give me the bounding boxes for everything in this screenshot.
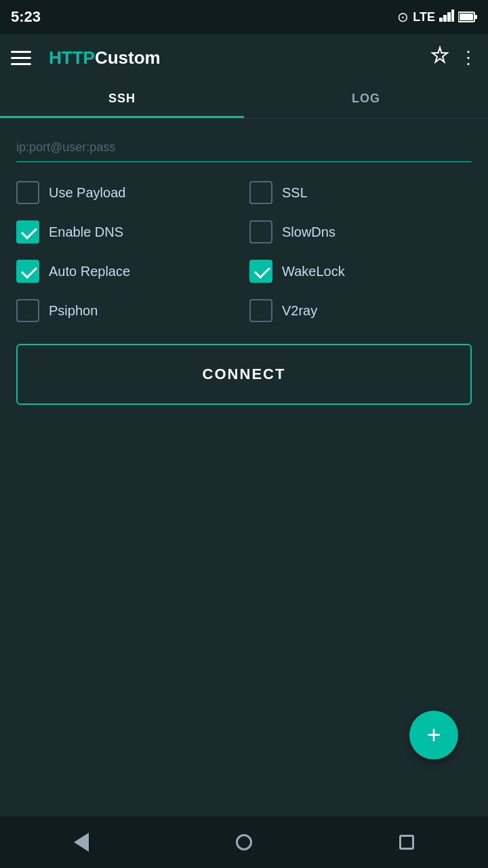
bookmark-icon[interactable] bbox=[430, 45, 450, 71]
connect-button[interactable]: CONNECT bbox=[16, 344, 472, 405]
nav-back-button[interactable] bbox=[64, 825, 98, 859]
label-enable-dns: Enable DNS bbox=[49, 224, 123, 240]
tab-ssh[interactable]: SSH bbox=[0, 81, 244, 118]
label-auto-replace: Auto Replace bbox=[49, 264, 130, 279]
label-slowdns: SlowDns bbox=[282, 224, 336, 240]
battery-icon bbox=[458, 11, 477, 23]
signal-icon bbox=[439, 9, 454, 24]
fab-add-button[interactable]: + bbox=[409, 711, 458, 760]
app-title: HTTP Custom bbox=[49, 47, 419, 68]
option-use-payload[interactable]: Use Payload bbox=[16, 181, 239, 204]
tab-log[interactable]: LOG bbox=[244, 81, 488, 118]
option-ssl[interactable]: SSL bbox=[249, 181, 472, 204]
svg-rect-5 bbox=[474, 15, 477, 19]
toolbar: HTTP Custom ⋮ bbox=[0, 34, 488, 81]
option-wakelock[interactable]: WakeLock bbox=[249, 260, 472, 283]
checkbox-ssl[interactable] bbox=[249, 181, 272, 204]
nav-home-button[interactable] bbox=[227, 825, 261, 859]
label-v2ray: V2ray bbox=[282, 303, 317, 319]
tabs-container: SSH LOG bbox=[0, 81, 488, 119]
nav-bar bbox=[0, 816, 488, 868]
lte-icon: LTE bbox=[413, 10, 435, 24]
status-time: 5:23 bbox=[11, 8, 41, 26]
checkbox-auto-replace[interactable] bbox=[16, 260, 39, 283]
title-http: HTTP bbox=[49, 47, 95, 68]
label-psiphon: Psiphon bbox=[49, 303, 98, 319]
svg-marker-0 bbox=[439, 18, 443, 22]
option-auto-replace[interactable]: Auto Replace bbox=[16, 260, 239, 283]
toolbar-actions: ⋮ bbox=[430, 45, 477, 71]
checkbox-psiphon[interactable] bbox=[16, 299, 39, 322]
option-slowdns[interactable]: SlowDns bbox=[249, 220, 472, 243]
menu-button[interactable] bbox=[11, 44, 38, 71]
label-wakelock: WakeLock bbox=[282, 264, 345, 279]
options-grid: Use Payload SSL Enable DNS SlowDns Auto … bbox=[16, 181, 472, 322]
checkbox-wakelock[interactable] bbox=[249, 260, 272, 283]
checkbox-use-payload[interactable] bbox=[16, 181, 39, 204]
title-custom: Custom bbox=[95, 47, 161, 68]
svg-marker-1 bbox=[443, 15, 447, 22]
option-psiphon[interactable]: Psiphon bbox=[16, 299, 239, 322]
option-enable-dns[interactable]: Enable DNS bbox=[16, 220, 239, 243]
ssh-input[interactable] bbox=[16, 138, 472, 157]
option-v2ray[interactable]: V2ray bbox=[249, 299, 472, 322]
checkbox-slowdns[interactable] bbox=[249, 220, 272, 243]
main-content: Use Payload SSL Enable DNS SlowDns Auto … bbox=[0, 119, 488, 816]
fab-area: + bbox=[16, 405, 472, 800]
label-use-payload: Use Payload bbox=[49, 185, 125, 201]
app-notification-icon: ⊙ bbox=[397, 9, 409, 25]
svg-rect-6 bbox=[460, 14, 473, 20]
checkbox-v2ray[interactable] bbox=[249, 299, 272, 322]
more-options-icon[interactable]: ⋮ bbox=[460, 47, 477, 68]
nav-recents-button[interactable] bbox=[390, 825, 424, 859]
status-icons: ⊙ LTE bbox=[397, 9, 477, 25]
status-bar: 5:23 ⊙ LTE bbox=[0, 0, 488, 34]
svg-marker-3 bbox=[451, 9, 454, 22]
label-ssl: SSL bbox=[282, 185, 308, 201]
ssh-input-container bbox=[16, 138, 472, 162]
checkbox-enable-dns[interactable] bbox=[16, 220, 39, 243]
svg-marker-2 bbox=[447, 12, 451, 22]
